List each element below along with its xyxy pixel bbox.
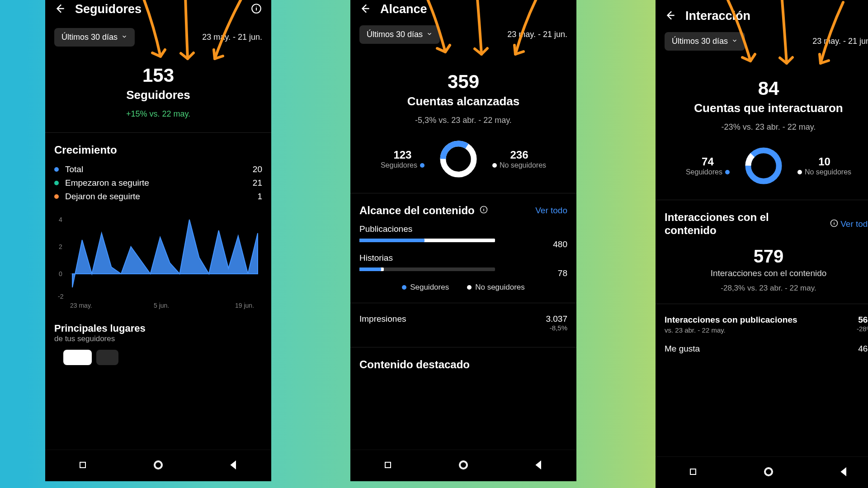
nav-back-icon[interactable] <box>533 460 544 472</box>
date-filter-pill[interactable]: Últimos 30 días <box>54 28 135 47</box>
page-title: Interacción <box>685 9 868 23</box>
phone-interaction: Interacción Últimos 30 días 23 may. - 21… <box>656 0 868 488</box>
impressions-label: Impresiones <box>359 314 406 332</box>
date-range-label: 23 may. - 21 jun. <box>202 33 262 42</box>
nav-recent-icon[interactable] <box>382 460 393 472</box>
growth-area-chart: 4 2 0 -2 23 may. 5 jun. 19 jun. <box>54 211 262 312</box>
chevron-down-icon <box>426 30 433 39</box>
svg-point-21 <box>765 469 772 475</box>
date-filter-label: Últimos 30 días <box>61 33 118 42</box>
phone-followers: Seguidores Últimos 30 días 23 may. - 21 … <box>45 0 271 481</box>
nav-home-icon[interactable] <box>763 466 774 479</box>
donut-followers: 123 Seguidores <box>381 149 425 169</box>
bar-publications <box>359 239 495 242</box>
followers-delta: +15% vs. 22 may. <box>54 109 262 119</box>
svg-text:5 jun.: 5 jun. <box>154 302 169 309</box>
growth-row-lost: Dejaron de seguirte 1 <box>54 192 262 202</box>
growth-title: Crecimiento <box>54 144 262 156</box>
followers-label: Seguidores <box>54 88 262 102</box>
svg-rect-14 <box>385 462 391 468</box>
date-range-label: 23 may. - 21 jun. <box>812 37 868 46</box>
chevron-down-icon <box>731 37 738 46</box>
featured-content-title: Contenido destacado <box>359 358 567 371</box>
android-nav-bar <box>656 456 868 488</box>
content-interactions-delta: -28,3% vs. 23 abr. - 22 may. <box>665 284 868 293</box>
donut-followers: 74 Seguidores <box>686 155 730 176</box>
svg-point-15 <box>460 462 467 468</box>
interaction-donut-chart <box>743 145 784 186</box>
back-icon[interactable] <box>665 9 676 23</box>
nav-home-icon[interactable] <box>153 460 164 472</box>
content-interactions-title: Interacciones con el contenido <box>665 211 800 237</box>
places-tab[interactable] <box>96 350 118 365</box>
pub-interactions-sub: vs. 23 abr. - 22 may. <box>665 326 726 334</box>
date-filter-pill[interactable]: Últimos 30 días <box>665 32 745 51</box>
pub-interactions-label: Interacciones con publicaciones <box>665 315 797 324</box>
interaction-count: 84 <box>665 78 868 99</box>
info-icon[interactable] <box>479 204 488 217</box>
reach-count: 359 <box>359 71 567 93</box>
interaction-label: Cuentas que interactuaron <box>665 101 868 115</box>
info-icon[interactable] <box>250 3 262 16</box>
likes-label: Me gusta <box>665 344 700 354</box>
y-tick: 4 <box>59 216 62 223</box>
nav-back-icon[interactable] <box>228 460 239 472</box>
svg-text:23 may.: 23 may. <box>70 302 92 309</box>
svg-text:-2: -2 <box>58 293 64 300</box>
places-subtitle: de tus seguidores <box>54 334 262 343</box>
content-interactions-value: 579 <box>665 246 868 267</box>
impressions-value: 3.037 <box>546 314 567 324</box>
impressions-delta: -8,5% <box>550 324 567 332</box>
see-all-link[interactable]: Ver todo <box>535 206 567 216</box>
back-icon[interactable] <box>359 3 371 16</box>
nav-back-icon[interactable] <box>839 466 849 479</box>
svg-text:2: 2 <box>59 243 62 250</box>
pub-interactions-value: 569 <box>858 315 868 325</box>
donut-nonfollowers: 236 No seguidores <box>492 149 546 169</box>
chevron-down-icon <box>121 33 127 42</box>
svg-text:0: 0 <box>59 270 62 277</box>
places-title: Principales lugares <box>54 323 262 334</box>
nav-recent-icon[interactable] <box>77 460 88 472</box>
likes-value: 469 <box>858 344 868 354</box>
donut-nonfollowers: 10 No seguidores <box>797 155 851 176</box>
growth-row-gained: Empezaron a seguirte 21 <box>54 178 262 188</box>
phone-reach: Alcance Últimos 30 días 23 may. - 21 jun… <box>350 0 576 481</box>
page-title: Seguidores <box>75 2 241 16</box>
android-nav-bar <box>350 450 576 481</box>
svg-point-9 <box>155 462 161 468</box>
reach-donut-chart <box>438 139 479 179</box>
growth-row-total: Total 20 <box>54 164 262 174</box>
content-interactions-label: Interacciones con el contenido <box>665 268 868 278</box>
bar-stories <box>359 267 495 271</box>
date-range-label: 23 may. - 21 jun. <box>507 30 567 39</box>
places-tab-active[interactable] <box>63 350 92 365</box>
content-reach-title: Alcance del contenido <box>359 204 475 217</box>
reach-delta: -5,3% vs. 23 abr. - 22 may. <box>359 116 567 125</box>
nav-home-icon[interactable] <box>458 460 469 472</box>
bar-legend: Seguidores No seguidores <box>359 283 567 292</box>
page-title: Alcance <box>380 2 567 16</box>
interaction-delta: -23% vs. 23 abr. - 22 may. <box>665 122 868 132</box>
see-all-link[interactable]: Ver todo <box>840 219 868 229</box>
date-filter-pill[interactable]: Últimos 30 días <box>359 25 440 44</box>
svg-rect-20 <box>690 469 696 474</box>
android-nav-bar <box>45 450 271 481</box>
svg-rect-8 <box>80 462 85 468</box>
pub-interactions-delta: -28% <box>857 325 868 333</box>
svg-text:19 jun.: 19 jun. <box>235 302 254 309</box>
back-icon[interactable] <box>54 3 66 16</box>
reach-label: Cuentas alcanzadas <box>359 94 567 108</box>
top-places-section: Principales lugares de tus seguidores <box>45 323 271 406</box>
nav-recent-icon[interactable] <box>688 466 698 479</box>
svg-point-17 <box>748 150 779 181</box>
followers-count: 153 <box>54 65 262 86</box>
info-icon[interactable] <box>830 219 839 230</box>
